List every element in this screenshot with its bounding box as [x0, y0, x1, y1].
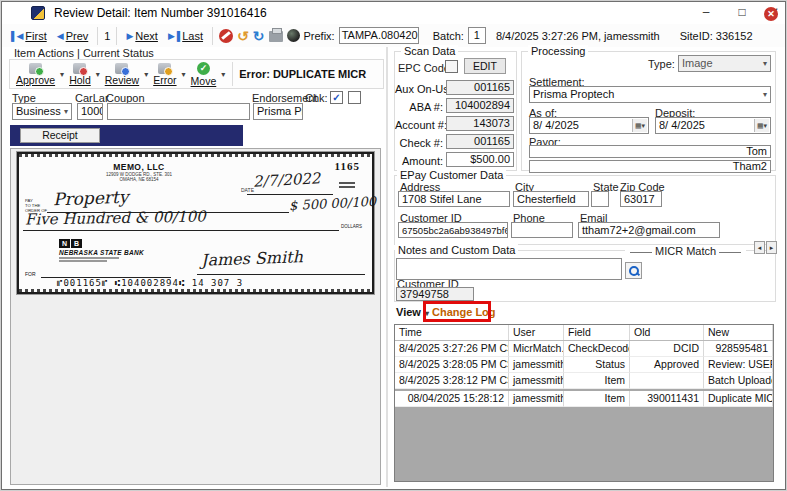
prev-button[interactable]: ◀Prev [54, 29, 92, 43]
check-for-label: FOR [25, 271, 36, 277]
check-image-area[interactable]: 1165 MEMO, LLC 12909 W DODGE RD., STE. 3… [10, 148, 381, 485]
pane-divider [386, 47, 388, 487]
chk-checkbox-1[interactable]: ✓ [330, 91, 343, 104]
account-field[interactable]: 143073 [446, 116, 514, 131]
table-row-highlighted[interactable]: 08/04/2025 15:28:12jamessmith...Item3900… [395, 391, 773, 407]
aux-onus-field[interactable]: 001165 [446, 80, 514, 95]
check-payer-block: MEMO, LLC 12909 W DODGE RD., STE. 301 OM… [74, 162, 204, 182]
maximize-button[interactable]: □ [726, 2, 758, 24]
check-dollars-label: DOLLARS [341, 224, 362, 229]
endorsement-field[interactable]: Prisma Propte [253, 103, 303, 120]
approve-dropdown-icon[interactable]: ▾ [60, 70, 64, 79]
hold-button[interactable]: Hold [67, 63, 93, 86]
chevron-down-icon: ▾ [763, 56, 767, 71]
col-old[interactable]: Old [630, 325, 704, 340]
check-amount-numeric: $ 500 00/100 [289, 194, 377, 214]
epay-group: EPay Customer Data Address 1708 Stifel L… [394, 175, 776, 245]
check-amount-line [23, 230, 339, 231]
chevron-down-icon: ▾ [763, 87, 767, 102]
first-icon: ▌◀ [11, 31, 22, 41]
next-button[interactable]: ▶Next [123, 29, 161, 43]
type-select[interactable]: Business▾ [12, 103, 72, 120]
rotate-icon[interactable]: ↺ [237, 29, 249, 43]
batch-input[interactable]: 1 [468, 27, 486, 44]
first-button[interactable]: ▌◀First [8, 29, 50, 43]
review-dropdown-icon[interactable]: ▾ [144, 70, 148, 79]
error-dropdown-icon[interactable]: ▾ [182, 70, 186, 79]
minimize-button[interactable]: – [690, 2, 722, 24]
move-button[interactable]: ✓Move [189, 62, 219, 87]
approve-icon [29, 63, 42, 74]
amount-field[interactable]: $500.00 [446, 152, 514, 167]
aba-field[interactable]: 104002894 [446, 98, 514, 113]
calendar-icon[interactable]: ▦▾ [632, 119, 647, 132]
deposit-date-field[interactable]: 8/ 4/2025▦▾ [655, 117, 771, 134]
pager-left-icon[interactable]: ◂ [754, 241, 765, 254]
chk-label: Chk: [305, 92, 328, 104]
state-field[interactable] [591, 191, 609, 207]
aux-onus-label: Aux On-Us: [395, 83, 443, 95]
cancel-item-icon[interactable]: ✕ [764, 7, 778, 21]
col-user[interactable]: User [509, 325, 564, 340]
settlement-select[interactable]: Prisma Proptech▾ [529, 86, 771, 103]
notes-group-label: Notes and Custom Data [395, 244, 518, 256]
table-row[interactable]: 8/4/2025 3:28:12 PM CSTjamessmithItemBat… [395, 373, 773, 389]
tab-receipt[interactable]: Receipt [20, 128, 100, 143]
address-field[interactable]: 1708 Stifel Lane [398, 191, 510, 207]
last-button[interactable]: ▶▐Last [165, 29, 206, 43]
prefix-label: Prefix: [304, 30, 335, 42]
window-title: Review Detail: Item Number 391016416 [54, 6, 267, 20]
table-row[interactable]: 8/4/2025 3:27:26 PM CSTMicrMatch.BCheckD… [395, 341, 773, 357]
error-button[interactable]: Error [151, 63, 178, 86]
processing-type-select[interactable]: Image▾ [678, 55, 771, 72]
phone-field[interactable] [511, 222, 573, 238]
email-field[interactable]: ttham72+2@gmail.com [578, 222, 720, 238]
hold-dropdown-icon[interactable]: ▾ [96, 70, 100, 79]
chk-checkbox-2[interactable] [348, 91, 361, 104]
payor-field-1[interactable]: Tom [529, 145, 771, 158]
review-button[interactable]: Review [103, 63, 141, 86]
table-row[interactable]: 8/4/2025 3:28:05 PM CSTjamessmithStatusA… [395, 357, 773, 373]
viewer-tab-bar: Receipt [10, 125, 243, 146]
approve-button[interactable]: Approve [14, 63, 57, 86]
col-new[interactable]: New [704, 325, 773, 340]
change-log-table[interactable]: Time User Field Old New 8/4/2025 3:27:26… [394, 324, 774, 482]
customer-id-field[interactable]: 37949758 [396, 287, 474, 301]
data-pane: Scan Data EPC Code: EDIT Aux On-Us: 0011… [390, 47, 781, 487]
toolbar-separator [232, 62, 233, 86]
camera-icon[interactable] [287, 29, 300, 42]
coupon-field[interactable] [107, 103, 250, 120]
move-dropdown-icon[interactable]: ▾ [221, 70, 225, 79]
item-actions-group-label: Item Actions | Current Status [11, 47, 157, 59]
reject-icon[interactable] [219, 29, 233, 43]
prev-icon: ◀ [57, 31, 63, 41]
check-number-label: Check #: [395, 137, 443, 149]
search-icon[interactable] [625, 262, 642, 279]
check-number-field[interactable]: 001165 [446, 134, 514, 149]
item-position: 1 [104, 30, 110, 42]
print-icon[interactable] [269, 31, 283, 42]
epay-group-label: EPay Customer Data [397, 169, 506, 181]
aba-label: ABA #: [395, 101, 443, 113]
carlar-field[interactable]: 1000 [77, 103, 103, 120]
col-time[interactable]: Time [395, 325, 509, 340]
refresh-icon[interactable]: ↻ [253, 29, 265, 43]
prefix-input[interactable]: TAMPA.08042025.125 [339, 27, 419, 44]
pager-right-icon[interactable]: ▸ [766, 241, 777, 254]
epay-customer-id-field[interactable]: 67505bc2a6ab938497bf623e [398, 222, 508, 238]
notes-input[interactable] [396, 258, 622, 280]
asof-date-field[interactable]: 8/ 4/2025▦▾ [529, 117, 649, 134]
scan-data-group-label: Scan Data [401, 45, 458, 57]
processing-group-label: Processing [528, 45, 588, 57]
payor-field-2[interactable]: Tham2 [529, 160, 771, 173]
account-label: Account #: [395, 119, 443, 131]
processing-group: Processing Type: Image▾ Settlement: Pris… [521, 51, 776, 171]
review-detail-window: Review Detail: Item Number 391016416 – □… [1, 1, 786, 490]
col-field[interactable]: Field [564, 325, 630, 340]
epc-code-field[interactable] [445, 60, 458, 73]
zip-field[interactable]: 63017 [620, 191, 662, 207]
city-field[interactable]: Chesterfield [513, 191, 589, 207]
edit-button[interactable]: EDIT [464, 58, 506, 74]
item-pane: Item Actions | Current Status Approve ▾ … [7, 47, 386, 487]
calendar-icon[interactable]: ▦▾ [754, 119, 769, 132]
